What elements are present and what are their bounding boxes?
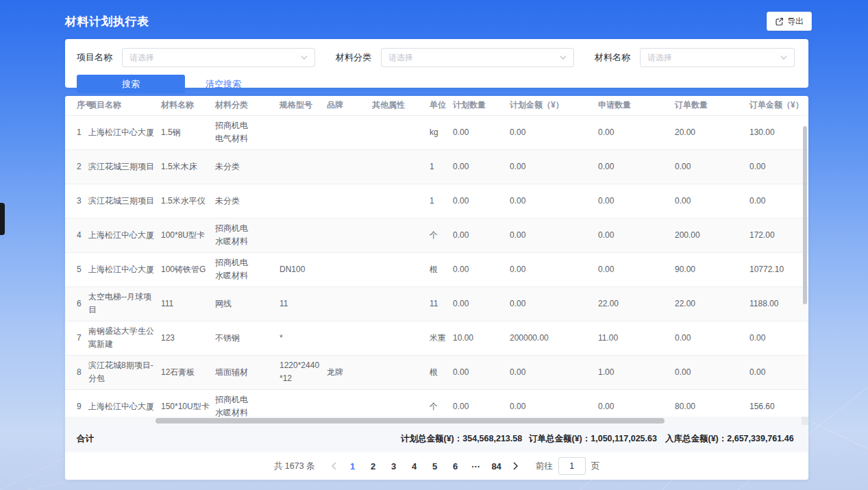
- order-total-amount: 订单总金额(¥)：1,050,117,025.63: [529, 425, 657, 452]
- next-page-button[interactable]: [507, 457, 525, 475]
- cell-spec-model: 11: [280, 286, 327, 321]
- cell-order-amount: 0.00: [749, 149, 808, 184]
- filter-group-material: 材料名称 请选择: [595, 48, 795, 67]
- filter-row: 项目名称 请选择 材料分类 请选择 材料名称 请选择: [65, 39, 808, 67]
- cell-material-category: 招商机电 水暖材料: [215, 389, 280, 417]
- table-header-row: 序号项目名称材料名称材料分类规格型号品牌其他属性单位计划数量计划金额（¥）申请数…: [65, 96, 808, 115]
- summary-total-label: 合计: [77, 425, 94, 452]
- cell-planned-qty: 0.00: [453, 218, 510, 252]
- cell-applied-qty: 0.00: [598, 149, 675, 184]
- cell-brand: [327, 389, 372, 417]
- col-applied-qty: 申请数量: [598, 96, 675, 115]
- page-ellipsis[interactable]: ···: [466, 461, 486, 471]
- page-number-84[interactable]: 84: [486, 461, 507, 471]
- page-number-1[interactable]: 1: [343, 461, 363, 471]
- scrollbar-corner: [802, 417, 808, 425]
- cell-planned-amount: 0.00: [510, 218, 598, 252]
- clear-search-link[interactable]: 清空搜索: [206, 78, 241, 90]
- col-order-amount: 订单金额（¥）: [749, 96, 808, 115]
- cell-unit: 根: [430, 252, 453, 286]
- cell-unit: 根: [430, 355, 453, 389]
- material-category-select[interactable]: 请选择: [381, 48, 574, 67]
- cell-material-category: 网线: [215, 286, 280, 321]
- col-order-qty: 订单数量: [675, 96, 749, 115]
- cell-material-name: 123: [161, 321, 215, 355]
- cell-other-attrs: [372, 184, 430, 218]
- cell-unit: 1: [430, 184, 453, 218]
- goto-page-input[interactable]: [558, 457, 586, 475]
- cell-order-amount: 0.00: [749, 355, 808, 389]
- cell-order-qty: 0.00: [675, 184, 749, 218]
- material-name-select[interactable]: 请选择: [640, 48, 795, 67]
- page-number-6[interactable]: 6: [445, 461, 466, 471]
- page-number-2[interactable]: 2: [363, 461, 384, 471]
- cell-order-amount: 130.00: [749, 115, 808, 149]
- cell-index: 9: [65, 389, 88, 417]
- cell-spec-model: [280, 149, 327, 184]
- material-name-label: 材料名称: [595, 51, 630, 64]
- cell-spec-model: DN100: [280, 252, 327, 286]
- page-number-4[interactable]: 4: [404, 461, 425, 471]
- cell-material-name: 100铸铁管G: [161, 252, 215, 286]
- export-button[interactable]: 导出: [767, 12, 812, 31]
- cell-spec-model: *: [280, 321, 327, 355]
- cell-other-attrs: [372, 286, 430, 321]
- cell-brand: [327, 115, 372, 149]
- cell-applied-qty: 1.00: [598, 355, 675, 389]
- goto-page-suffix: 页: [591, 461, 600, 472]
- cell-index: 6: [65, 286, 88, 321]
- material-category-placeholder: 请选择: [388, 52, 413, 64]
- cell-brand: [327, 184, 372, 218]
- table-viewport: 序号项目名称材料名称材料分类规格型号品牌其他属性单位计划数量计划金额（¥）申请数…: [65, 96, 808, 417]
- filter-card: 项目名称 请选择 材料分类 请选择 材料名称 请选择 搜索 清空搜索: [65, 39, 808, 88]
- cell-index: 1: [65, 115, 88, 149]
- table-row: 2滨江花城三期项目1.5米木床未分类10.000.000.000.000.00: [65, 149, 808, 184]
- cell-index: 5: [65, 252, 88, 286]
- page-number-3[interactable]: 3: [384, 461, 404, 471]
- cell-order-qty: 20.00: [675, 115, 749, 149]
- col-brand: 品牌: [327, 96, 372, 115]
- cell-other-attrs: [372, 389, 430, 417]
- chevron-down-icon: [301, 56, 308, 60]
- project-name-select[interactable]: 请选择: [122, 48, 315, 67]
- cell-index: 7: [65, 321, 88, 355]
- cell-brand: [327, 286, 372, 321]
- cell-order-qty: 80.00: [675, 389, 749, 417]
- cell-planned-amount: 0.00: [510, 115, 598, 149]
- export-label: 导出: [787, 16, 804, 27]
- cell-other-attrs: [372, 321, 430, 355]
- left-drawer-handle[interactable]: [0, 203, 5, 235]
- cell-index: 3: [65, 184, 88, 218]
- cell-other-attrs: [372, 149, 430, 184]
- table-row: 4上海松江中心大厦100*8U型卡招商机电 水暖材料个0.000.000.002…: [65, 218, 808, 252]
- horizontal-scrollbar-thumb[interactable]: [156, 418, 665, 424]
- search-button[interactable]: 搜索: [77, 75, 185, 93]
- chevron-down-icon: [560, 56, 567, 60]
- vertical-scrollbar-thumb[interactable]: [803, 126, 807, 304]
- col-project-name: 项目名称: [88, 96, 161, 115]
- cell-applied-qty: 0.00: [598, 218, 675, 252]
- cell-planned-qty: 0.00: [453, 355, 510, 389]
- inbound-total-amount: 入库总金额(¥)：2,657,339,761.46: [665, 425, 794, 452]
- cell-other-attrs: [372, 355, 430, 389]
- cell-unit: 个: [430, 389, 453, 417]
- page-number-5[interactable]: 5: [425, 461, 445, 471]
- cell-planned-qty: 0.00: [453, 252, 510, 286]
- cell-material-name: 1.5钢: [161, 115, 215, 149]
- chevron-down-icon: [780, 56, 787, 60]
- prev-page-button[interactable]: [325, 457, 343, 475]
- cell-planned-amount: 200000.00: [510, 321, 598, 355]
- cell-spec-model: 1220*2440*12: [280, 355, 327, 389]
- cell-material-name: 150*10U型卡: [161, 389, 215, 417]
- table-row: 6太空电梯--月球项目111网线11110.000.0022.0022.0011…: [65, 286, 808, 321]
- cell-planned-qty: 0.00: [453, 184, 510, 218]
- col-spec-model: 规格型号: [280, 96, 327, 115]
- cell-planned-amount: 0.00: [510, 252, 598, 286]
- material-name-placeholder: 请选择: [647, 52, 672, 64]
- cell-applied-qty: 0.00: [598, 252, 675, 286]
- project-name-label: 项目名称: [77, 51, 112, 64]
- cell-index: 8: [65, 355, 88, 389]
- col-material-category: 材料分类: [215, 96, 280, 115]
- cell-project-name: 上海松江中心大厦: [88, 252, 161, 286]
- cell-order-qty: 200.00: [675, 218, 749, 252]
